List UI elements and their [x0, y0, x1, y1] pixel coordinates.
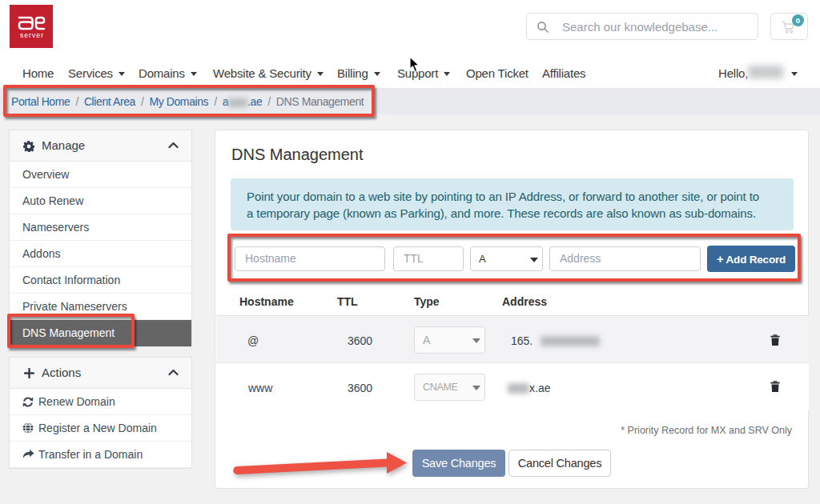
svg-text:server: server — [20, 31, 44, 39]
